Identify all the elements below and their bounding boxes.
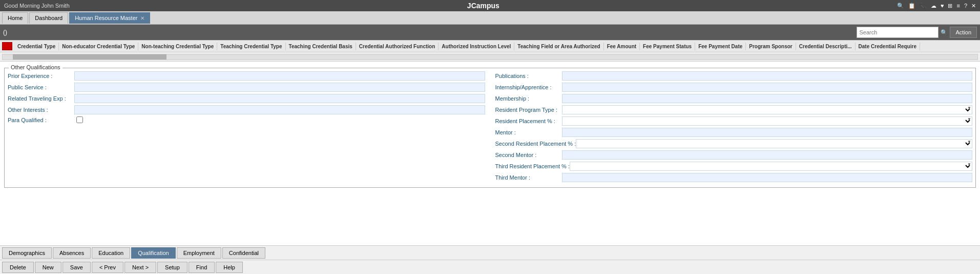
tab-education[interactable]: Education — [92, 247, 130, 259]
second-resident-placement-wrapper — [576, 139, 972, 148]
tab-hrmaster[interactable]: Human Resource Master ✕ — [69, 12, 150, 24]
tab-qualification[interactable]: Qualification — [131, 247, 176, 259]
para-qualified-row: Para Qualified : — [8, 116, 485, 123]
tab-absences[interactable]: Absences — [53, 247, 91, 259]
second-resident-placement-row: Second Resident Placement % : — [495, 139, 973, 148]
delete-button[interactable]: Delete — [2, 262, 34, 273]
scroll-thumb — [13, 54, 166, 60]
internship-input[interactable] — [562, 83, 973, 92]
mentor-label: Mentor : — [495, 129, 562, 135]
second-resident-placement-label: Second Resident Placement % : — [495, 141, 576, 147]
greeting: Good Morning John Smith — [4, 3, 70, 9]
toolbar-label: () — [3, 29, 7, 36]
content-area: Credential Type Non-educator Credential … — [0, 40, 980, 274]
membership-row: Membership : — [495, 94, 973, 103]
third-resident-placement-select[interactable] — [570, 162, 972, 171]
prev-button[interactable]: < Prev — [92, 262, 123, 273]
horizontal-scrollbar[interactable] — [0, 52, 980, 62]
publications-input[interactable] — [562, 71, 973, 81]
section-title: Other Qualifications — [9, 64, 62, 70]
find-button[interactable]: Find — [189, 262, 215, 273]
tab-bar: Home Dashboard Human Resource Master ✕ — [0, 11, 980, 25]
tab-close-icon[interactable]: ✕ — [140, 15, 144, 21]
setup-button[interactable]: Setup — [157, 262, 187, 273]
notes-icon[interactable]: 📋 — [908, 3, 915, 9]
tab-home[interactable]: Home — [2, 12, 28, 24]
second-resident-placement-select[interactable] — [576, 139, 972, 148]
toolbar-right: 🔍 Action — [857, 27, 977, 38]
col-credential-type: Credential Type — [14, 43, 59, 50]
other-interests-input[interactable] — [74, 105, 485, 114]
save-button[interactable]: Save — [62, 262, 91, 273]
form-columns: Prior Experience : Public Service : Rela… — [8, 71, 972, 184]
grid-header: Credential Type Non-educator Credential … — [0, 40, 980, 52]
col-auth-level: Authorized Instruction Level — [439, 43, 514, 50]
internship-row: Internship/Apprentice : — [495, 83, 973, 92]
resident-program-type-label: Resident Program Type : — [495, 107, 562, 113]
scroll-track[interactable] — [2, 54, 978, 60]
resident-placement-row: Resident Placement % : — [495, 116, 973, 126]
phone-icon[interactable]: 📞 — [920, 3, 927, 9]
prior-experience-input[interactable] — [74, 71, 485, 81]
public-service-label: Public Service : — [8, 84, 74, 90]
public-service-input[interactable] — [74, 83, 485, 92]
traveling-exp-input[interactable] — [74, 94, 485, 103]
col-non-teaching: Non-teaching Credential Type — [138, 43, 217, 50]
membership-label: Membership : — [495, 95, 562, 102]
grid-icon[interactable]: ⊞ — [948, 3, 952, 9]
third-mentor-label: Third Mentor : — [495, 174, 562, 181]
third-resident-placement-wrapper — [570, 162, 972, 171]
membership-input[interactable] — [562, 94, 973, 103]
col-non-educator: Non-educator Credential Type — [59, 43, 138, 50]
tab-confidential[interactable]: Confidential — [222, 247, 265, 259]
search-toolbar-icon[interactable]: 🔍 — [941, 29, 948, 36]
right-column: Publications : Internship/Apprentice : M… — [495, 71, 973, 184]
help-button[interactable]: Help — [216, 262, 243, 273]
help-icon[interactable]: ? — [964, 3, 967, 9]
col-teaching-type: Teaching Credential Type — [217, 43, 285, 50]
col-fee-date: Fee Payment Date — [695, 43, 746, 50]
third-mentor-row: Third Mentor : — [495, 173, 973, 182]
tab-dashboard[interactable]: Dashboard — [29, 12, 68, 24]
app-wrapper: Good Morning John Smith JCampus 🔍 📋 📞 ☁ … — [0, 0, 980, 274]
list-icon[interactable]: ≡ — [956, 3, 960, 9]
new-button[interactable]: New — [35, 262, 61, 273]
tab-employment[interactable]: Employment — [177, 247, 221, 259]
tab-demographics[interactable]: Demographics — [2, 247, 52, 259]
col-fee-amount: Fee Amount — [604, 43, 640, 50]
traveling-exp-row: Related Traveling Exp : — [8, 94, 485, 103]
col-teaching-basis: Teaching Credential Basis — [286, 43, 356, 50]
app-title: JCampus — [467, 2, 499, 10]
traveling-exp-label: Related Traveling Exp : — [8, 95, 74, 102]
col-credential-desc: Credential Descripti... — [796, 43, 856, 50]
second-mentor-input[interactable] — [562, 150, 973, 160]
delete-row-button[interactable] — [2, 42, 12, 50]
col-teaching-field: Teaching Field or Area Authorized — [514, 43, 603, 50]
second-mentor-row: Second Mentor : — [495, 150, 973, 160]
publications-label: Publications : — [495, 73, 562, 79]
resident-program-type-row: Resident Program Type : — [495, 105, 973, 114]
third-mentor-input[interactable] — [562, 173, 973, 182]
para-qualified-checkbox[interactable] — [76, 116, 83, 123]
toolbar: () 🔍 Action — [0, 25, 980, 40]
prior-experience-row: Prior Experience : — [8, 71, 485, 81]
other-interests-row: Other Interests : — [8, 105, 485, 114]
mentor-input[interactable] — [562, 128, 973, 137]
search-input[interactable] — [857, 27, 939, 38]
next-button[interactable]: Next > — [124, 262, 156, 273]
close-icon[interactable]: ✕ — [971, 3, 976, 9]
heart-icon[interactable]: ♥ — [941, 3, 944, 9]
bottom-tabs: Demographics Absences Education Qualific… — [0, 245, 980, 260]
main-form: Other Qualifications Prior Experience : … — [0, 62, 980, 245]
resident-program-type-select[interactable] — [562, 105, 973, 114]
internship-label: Internship/Apprentice : — [495, 84, 562, 90]
cloud-icon[interactable]: ☁ — [931, 3, 936, 9]
top-bar-icons: 🔍 📋 📞 ☁ ♥ ⊞ ≡ ? ✕ — [897, 3, 976, 9]
col-date-required: Date Credential Require — [856, 43, 920, 50]
col-program-sponsor: Program Sponsor — [746, 43, 796, 50]
other-qualifications-section: Other Qualifications Prior Experience : … — [4, 68, 976, 188]
action-button[interactable]: Action — [950, 27, 977, 38]
resident-placement-select[interactable] — [562, 116, 973, 126]
para-qualified-label: Para Qualified : — [8, 117, 74, 123]
search-icon[interactable]: 🔍 — [897, 3, 904, 9]
